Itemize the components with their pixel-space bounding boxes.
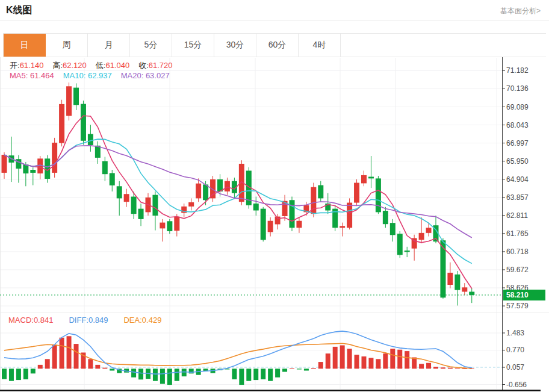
ma10-readout: MA10: 62.937 [63, 71, 112, 80]
price-tick-57.579: 57.579 [506, 301, 546, 311]
price-tick-69.089: 69.089 [506, 102, 546, 112]
macd-layer [2, 331, 474, 385]
macd-tick--0.656: -0.656 [506, 380, 546, 390]
close-readout: 收:61.720 [138, 61, 172, 70]
price-tick-68.043: 68.043 [506, 120, 546, 130]
price-tick-66.997: 66.997 [506, 138, 546, 148]
high-readout: 高:62.120 [52, 61, 86, 70]
diff-value-readout: DIFF:0.849 [69, 316, 108, 325]
macd-readout: MACD:0.841DIFF:0.849DEA:0.429 [8, 316, 177, 325]
macd-tick-0.770: 0.770 [506, 345, 546, 355]
kline-chart-svg [0, 0, 549, 392]
price-tick-60.718: 60.718 [506, 247, 546, 257]
price-tick-63.857: 63.857 [506, 193, 546, 202]
kline-widget: K线图 基本面分析> 日周月5分15分30分60分4时 开:61.140高:62… [0, 0, 549, 392]
price-tick-65.950: 65.950 [506, 157, 546, 166]
price-tick-64.904: 64.904 [506, 175, 546, 184]
ma5-readout: MA5: 61.464 [10, 71, 54, 80]
chart-area[interactable]: 开:61.140高:62.120低:61.040收:61.720 MA5: 61… [0, 57, 549, 392]
macd-tick-0.057: 0.057 [506, 362, 546, 372]
price-tick-70.136: 70.136 [506, 84, 546, 93]
price-tick-62.811: 62.811 [506, 211, 546, 220]
ma-readout: MA5: 61.464MA10: 62.937MA20: 63.027 [10, 71, 179, 80]
candles-layer [2, 82, 475, 305]
current-price-badge: 58.210 [503, 290, 545, 300]
open-readout: 开:61.140 [10, 61, 43, 70]
price-tick-61.765: 61.765 [506, 229, 546, 238]
macd-value-readout: MACD:0.841 [8, 316, 53, 325]
ohlc-readout: 开:61.140高:62.120低:61.040收:61.720 [10, 60, 182, 71]
ma20-readout: MA20: 63.027 [121, 71, 170, 80]
price-tick-59.672: 59.672 [506, 265, 546, 275]
low-readout: 低:61.040 [96, 61, 129, 70]
dea-value-readout: DEA:0.429 [123, 316, 161, 325]
macd-tick-1.483: 1.483 [506, 328, 546, 338]
price-tick-71.182: 71.182 [506, 66, 546, 75]
ma-lines-layer [0, 116, 502, 295]
